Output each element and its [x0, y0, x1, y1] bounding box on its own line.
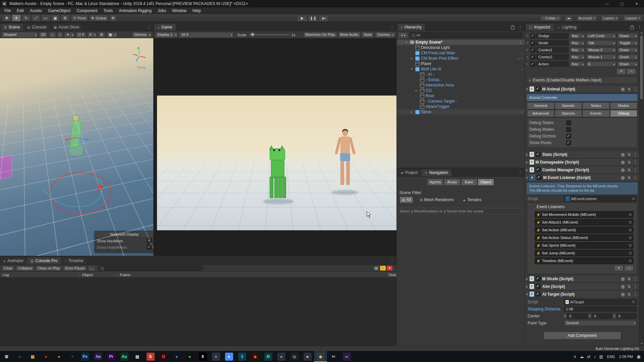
taskbar-app-icon[interactable]: ● — [39, 351, 52, 362]
taskbar-app-icon[interactable]: ◆ — [314, 351, 327, 362]
prefab-open-chevron[interactable]: › — [521, 51, 525, 55]
foldout-arrow[interactable]: ▾ — [406, 41, 410, 44]
kebab-icon[interactable] — [633, 152, 637, 157]
debug-checkbox[interactable] — [566, 127, 571, 132]
object-picker-icon[interactable] — [629, 220, 632, 225]
foldout-arrow[interactable]: ▾ — [411, 67, 415, 71]
game-viewport[interactable] — [154, 38, 396, 256]
hidden-objects-count[interactable]: ∅ 0 — [76, 32, 86, 38]
panel-tab[interactable]: ▸Animator — [1, 257, 27, 264]
input-type-dropdown[interactable]: Key — [570, 54, 585, 60]
menu-item[interactable]: Jobs — [155, 7, 169, 14]
scene-kebab-icon[interactable] — [145, 24, 153, 31]
event-listener-row[interactable]: ⚡ Set Jump (MEvent) — [535, 250, 634, 256]
component-header-event-listener[interactable]: ⚡ M Event Listener (Script) — [525, 174, 639, 181]
menu-item[interactable]: Edit — [14, 7, 27, 14]
prefab-open-chevron[interactable]: › — [521, 110, 525, 114]
taskbar-app-icon[interactable]: ◔ — [65, 351, 78, 362]
hierarchy-item[interactable]: Directional Light — [397, 45, 525, 50]
component-enabled-checkbox[interactable] — [536, 292, 541, 297]
kebab-icon[interactable] — [633, 160, 637, 165]
input-mode-dropdown[interactable]: Down — [617, 54, 638, 60]
input-mode-dropdown[interactable]: Down — [617, 47, 638, 53]
transform-tool-button[interactable]: ⤢ — [31, 14, 41, 21]
component-header-m-animal[interactable]: # M Animal (Script) — [525, 85, 639, 93]
taskbar-app-icon[interactable]: Ps — [78, 351, 92, 362]
component-header[interactable]: # Combo Manager (Script) — [525, 166, 639, 174]
scene-filter-button[interactable]: ▲Terrains — [461, 197, 484, 203]
add-event-button[interactable]: + — [614, 265, 624, 271]
event-listener-row[interactable]: ⚡ Set Sprint (MEvent) — [535, 242, 634, 249]
input-name-field[interactable]: Combo2 — [536, 54, 569, 60]
hierarchy-item[interactable]: Plane — [397, 61, 525, 66]
input-type-dropdown[interactable]: Key — [570, 61, 585, 67]
event-listener-row[interactable]: ⚡ Set Attack1 (MEvent) — [535, 219, 634, 226]
lock-icon[interactable] — [630, 26, 634, 29]
hierarchy-item[interactable]: ▸ CM Brain Post Effect ▲ › — [397, 56, 525, 61]
navigation-mode-button[interactable]: Areas — [444, 179, 460, 186]
action-center-icon[interactable]: ▣ — [637, 354, 641, 359]
help-icon[interactable] — [621, 292, 625, 297]
object-picker-icon[interactable] — [629, 258, 632, 263]
component-header-ai-target[interactable]: # AI Target (Script) — [525, 290, 639, 298]
taskbar-app-icon[interactable]: O — [157, 351, 170, 362]
event-listener-row[interactable]: ⚡ Set Action (MEvent) — [535, 227, 634, 233]
shading-mode-dropdown[interactable]: Shaded — [1, 32, 38, 38]
stats-toggle[interactable]: Stats — [362, 32, 374, 38]
axis-value-field[interactable]: 0 — [616, 313, 637, 319]
help-icon[interactable] — [621, 160, 625, 165]
input-type-dropdown[interactable]: Key — [570, 40, 585, 46]
object-picker-icon[interactable] — [632, 300, 635, 304]
scale-slider[interactable] — [249, 34, 289, 35]
input-name-field[interactable]: Action — [536, 61, 569, 67]
scrollbar-thumb[interactable] — [640, 36, 643, 99]
console-toolbar-button[interactable]: Error Pause — [63, 265, 87, 271]
m-animal-tab[interactable]: Modes — [610, 102, 638, 109]
input-enabled-checkbox[interactable] — [530, 48, 535, 53]
input-name-field[interactable]: Strafe — [536, 40, 569, 46]
help-icon[interactable] — [621, 175, 625, 180]
object-picker-icon[interactable] — [632, 196, 635, 201]
grid-snap-button[interactable]: ⊞ — [109, 14, 117, 21]
scene-orientation-gizmo[interactable] — [130, 46, 149, 65]
object-picker-icon[interactable] — [629, 212, 632, 217]
taskbar-app-icon[interactable]: ● — [52, 351, 65, 362]
layers-dropdown[interactable]: Layers▾ — [601, 14, 620, 21]
create-object-button[interactable]: +▾ — [398, 32, 408, 39]
component-enabled-checkbox[interactable] — [536, 284, 541, 289]
component-enabled-checkbox[interactable] — [536, 167, 541, 172]
transform-tool-button[interactable]: ⚙ — [60, 14, 70, 21]
console-kebab-icon[interactable] — [388, 257, 396, 264]
navigation-kebab-icon[interactable] — [516, 169, 525, 176]
prefab-open-chevron[interactable]: › — [521, 67, 525, 71]
hierarchy-kebab-icon[interactable] — [516, 24, 525, 31]
input-name-field[interactable]: Dodge — [536, 33, 569, 39]
help-icon[interactable] — [621, 284, 625, 289]
console-search-input[interactable] — [98, 265, 204, 271]
maximize-button[interactable]: ▢ — [614, 0, 629, 7]
menu-item[interactable]: Animation Rigging — [116, 7, 154, 14]
hierarchy-item[interactable]: AttackTrigger — [397, 104, 525, 109]
aspect-ratio-dropdown[interactable]: 16:9 — [179, 32, 233, 38]
panel-tab[interactable]: ▤Console — [23, 24, 50, 31]
component-enabled-checkbox[interactable] — [536, 86, 541, 92]
taskbar-app-icon[interactable]: ✂ — [327, 351, 340, 362]
hierarchy-item[interactable]: Interaction Area — [397, 82, 525, 88]
event-listener-row[interactable]: ⚡ Set Action Status (MEvent) — [535, 234, 634, 241]
object-picker-icon[interactable] — [629, 228, 632, 232]
kebab-icon[interactable] — [633, 87, 637, 92]
m-animal-tab[interactable]: General — [527, 102, 554, 109]
panel-tab[interactable]: ⓘInspector — [526, 24, 554, 31]
display-dropdown[interactable]: Display 1 — [155, 32, 178, 38]
cloud-button[interactable]: ☁ — [565, 14, 573, 21]
warning-filter-icon[interactable]: ! — [380, 266, 386, 270]
transform-tool-button[interactable]: ✛ — [12, 14, 21, 21]
preset-icon[interactable] — [628, 152, 631, 157]
pivot-toggle[interactable]: ⊙Pivot — [71, 14, 88, 21]
scene-filter-button[interactable]: ▣All — [399, 196, 413, 203]
kebab-icon[interactable] — [633, 292, 637, 297]
script-object-field[interactable]: ≡ MEventListener — [564, 196, 637, 202]
scene-tools-button[interactable]: ⚙ — [98, 32, 105, 38]
error-filter-icon[interactable]: ✕ — [387, 266, 392, 270]
panel-tab[interactable]: ✦Navigation — [421, 169, 451, 176]
